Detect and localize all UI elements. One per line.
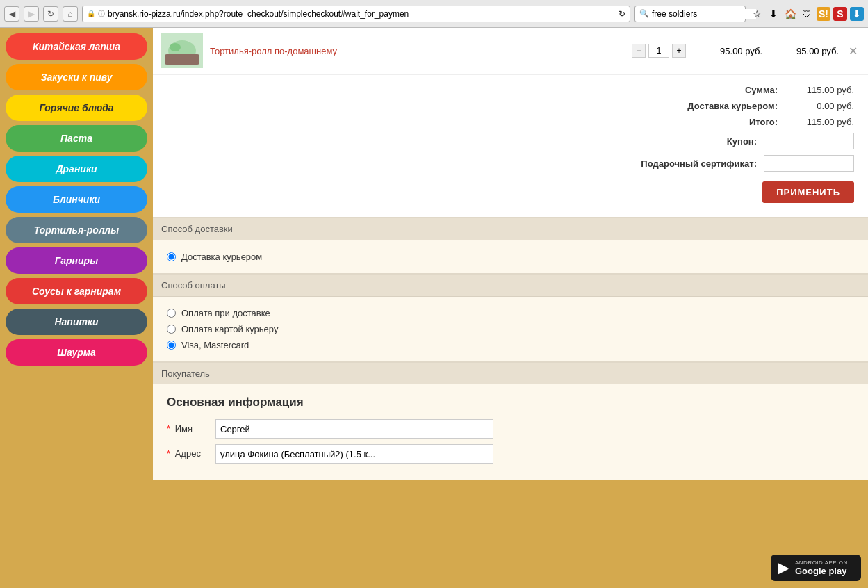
sidebar-item-drinks[interactable]: Напитки	[6, 309, 147, 335]
customer-subtitle: Основная информация	[167, 395, 854, 409]
payment-option-card-courier: Оплата картой курьеру	[167, 321, 854, 337]
delivery-section: Способ доставки Доставка курьером	[153, 217, 868, 273]
reload-button[interactable]: ↻	[43, 6, 58, 22]
delivery-value: 0.00 руб.	[785, 101, 854, 111]
name-input[interactable]	[215, 419, 493, 439]
sidebar-item-snacks-beer[interactable]: Закуски к пиву	[6, 64, 147, 90]
gift-cert-row: Подарочный сертификат:	[167, 152, 854, 174]
coupon-input[interactable]	[764, 133, 854, 149]
sidebar-item-shawarma[interactable]: Шаурма	[6, 339, 147, 366]
ssl-icon: ⓘ	[98, 9, 105, 19]
cart-item: Тортилья-ролл по-домашнему − + 95.00 руб…	[153, 28, 868, 74]
qty-decrease-button[interactable]: −	[632, 44, 646, 58]
forward-button[interactable]: ▶	[24, 6, 39, 22]
browser-toolbar-icons: ☆ ⬇ 🏠 🛡 S! S ⬇	[750, 7, 864, 21]
delivery-radio-courier[interactable]	[167, 252, 176, 261]
payment-label-card-courier[interactable]: Оплата картой курьеру	[181, 324, 278, 334]
browser-chrome: ◀ ▶ ↻ ⌂ 🔒 ⓘ ↻ 🔍 ☆ ⬇ 🏠 🛡 S! S ⬇	[0, 0, 868, 28]
cart-section: Тортилья-ролл по-домашнему − + 95.00 руб…	[153, 28, 868, 217]
cart-item-link[interactable]: Тортилья-ролл по-домашнему	[210, 46, 337, 56]
search-input[interactable]	[652, 9, 756, 19]
payment-option-cash: Оплата при доставке	[167, 305, 854, 321]
form-row-address: * Адрес	[167, 444, 854, 464]
home-icon[interactable]: 🏠	[783, 7, 797, 21]
addon2-icon[interactable]: ⬇	[850, 7, 864, 21]
main-content: Тортилья-ролл по-домашнему − + 95.00 руб…	[153, 28, 868, 588]
subtotal-row: Сумма: 115.00 руб.	[167, 82, 854, 98]
home-button[interactable]: ⌂	[63, 6, 78, 22]
download-icon[interactable]: ⬇	[767, 7, 780, 21]
payment-radio-card-courier[interactable]	[167, 325, 176, 334]
delivery-label: Доставка курьером:	[666, 101, 778, 111]
sidebar-item-pasta[interactable]: Паста	[6, 125, 147, 152]
qty-input[interactable]	[648, 44, 669, 58]
google-play-icon: ▶	[778, 559, 789, 577]
payment-radio-cash[interactable]	[167, 309, 176, 318]
cart-item-name: Тортилья-ролл по-домашнему	[210, 46, 625, 56]
payment-radio-visa[interactable]	[167, 341, 176, 350]
google-play-bottom-label: Google play	[795, 566, 848, 576]
coupon-label: Купон:	[646, 136, 757, 147]
cart-item-qty: − +	[632, 44, 686, 58]
cart-item-image	[161, 33, 203, 68]
search-bar[interactable]: 🔍	[634, 6, 746, 22]
search-icon: 🔍	[639, 9, 649, 18]
delivery-header: Способ доставки	[153, 218, 868, 240]
sidebar-item-sauces[interactable]: Соусы к гарнирам	[6, 278, 147, 304]
required-star-name: *	[167, 423, 170, 434]
cart-item-total: 95.00 руб.	[769, 46, 839, 56]
address-input[interactable]	[215, 444, 493, 464]
addon-icon[interactable]: S	[833, 7, 847, 21]
shield-icon[interactable]: 🛡	[800, 7, 814, 21]
apply-button[interactable]: ПРИМЕНИТЬ	[762, 181, 854, 203]
payment-header: Способ оплаты	[153, 275, 868, 297]
payment-body: Оплата при доставке Оплата картой курьер…	[153, 297, 868, 361]
delivery-option-courier: Доставка курьером	[167, 249, 854, 265]
total-value: 115.00 руб.	[785, 117, 854, 127]
customer-section: Покупатель Основная информация * Имя * А…	[153, 361, 868, 480]
total-label: Итого:	[666, 117, 778, 127]
delivery-body: Доставка курьером	[153, 240, 868, 273]
google-play-badge[interactable]: ▶ ANDROID APP ON Google play	[771, 555, 861, 581]
payment-label-visa[interactable]: Visa, Mastercard	[181, 340, 249, 350]
google-play-top-label: ANDROID APP ON	[795, 560, 848, 566]
payment-option-visa: Visa, Mastercard	[167, 337, 854, 353]
svg-rect-3	[165, 54, 199, 65]
gift-cert-input[interactable]	[764, 155, 854, 172]
remove-item-button[interactable]: ✕	[846, 44, 860, 58]
totals-section: Сумма: 115.00 руб. Доставка курьером: 0.…	[153, 74, 868, 217]
refresh-icon[interactable]: ↻	[619, 9, 625, 19]
sidebar-item-pancakes[interactable]: Блинчики	[6, 186, 147, 213]
payment-label-cash[interactable]: Оплата при доставке	[181, 308, 270, 318]
form-label-address: * Адрес	[167, 444, 208, 459]
form-row-name: * Имя	[167, 419, 854, 439]
address-bar[interactable]: 🔒 ⓘ ↻	[82, 6, 630, 22]
back-button[interactable]: ◀	[4, 6, 19, 22]
svg-point-2	[170, 43, 181, 51]
gift-cert-label: Подарочный сертификат:	[641, 158, 757, 169]
extension-icon[interactable]: S!	[817, 7, 830, 21]
qty-increase-button[interactable]: +	[672, 44, 686, 58]
url-input[interactable]	[108, 9, 616, 19]
sidebar-item-draniki[interactable]: Драники	[6, 156, 147, 182]
google-play-text: ANDROID APP ON Google play	[795, 560, 848, 576]
cart-item-price: 95.00 руб.	[693, 46, 762, 56]
sidebar-item-chinese-noodle[interactable]: Китайская лапша	[6, 33, 147, 60]
customer-header: Покупатель	[153, 363, 868, 384]
total-row: Итого: 115.00 руб.	[167, 114, 854, 130]
payment-section: Способ оплаты Оплата при доставке Оплата…	[153, 273, 868, 361]
sidebar: Китайская лапша Закуски к пиву Горячие б…	[0, 28, 153, 588]
delivery-row: Доставка курьером: 0.00 руб.	[167, 98, 854, 114]
form-label-name: * Имя	[167, 419, 208, 434]
apply-row: ПРИМЕНИТЬ	[167, 174, 854, 210]
coupon-row: Купон:	[167, 130, 854, 152]
sidebar-item-garnishes[interactable]: Гарниры	[6, 247, 147, 274]
subtotal-label: Сумма:	[666, 85, 778, 95]
customer-body: Основная информация * Имя * Адрес	[153, 384, 868, 480]
sidebar-item-hot-dishes[interactable]: Горячие блюда	[6, 95, 147, 121]
page-body: Китайская лапша Закуски к пиву Горячие б…	[0, 28, 868, 588]
sidebar-item-tortilla-rolls[interactable]: Тортилья-роллы	[6, 217, 147, 243]
star-icon[interactable]: ☆	[750, 7, 764, 21]
delivery-label-courier[interactable]: Доставка курьером	[181, 252, 262, 262]
subtotal-value: 115.00 руб.	[785, 85, 854, 95]
